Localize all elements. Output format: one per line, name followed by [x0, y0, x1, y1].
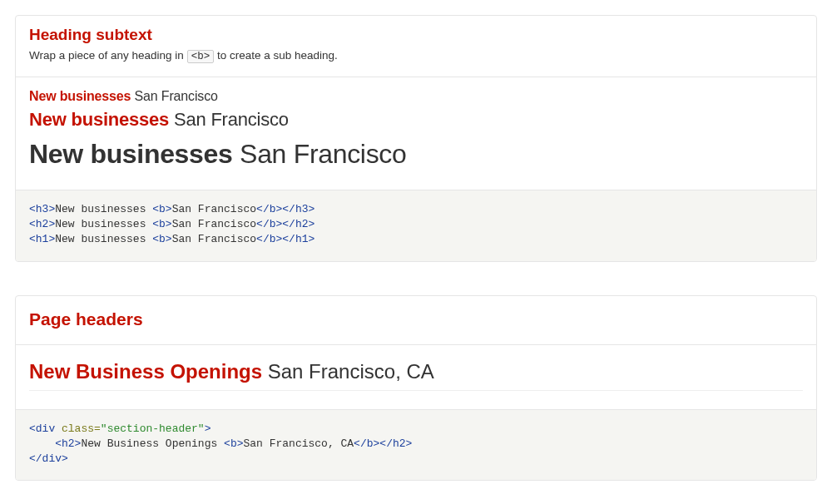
- code-token: </b>: [354, 437, 379, 450]
- example-h2-sub: San Francisco: [174, 109, 289, 130]
- code-token: <b>: [152, 218, 171, 230]
- example-h1: New businesses San Francisco: [29, 139, 803, 170]
- example-h3-bold: New businesses: [29, 89, 131, 103]
- code-token: New Business Openings: [81, 437, 224, 450]
- code-token: class=: [62, 422, 101, 435]
- section-title: Page headers: [29, 309, 803, 329]
- section-intro: Heading subtext Wrap a piece of any head…: [16, 16, 816, 77]
- panel-heading-subtext: Heading subtext Wrap a piece of any head…: [15, 15, 817, 262]
- example-h2: New businesses San Francisco: [29, 109, 803, 131]
- code-token: <div: [29, 422, 62, 435]
- page-header-example: New Business Openings San Francisco, CA: [29, 360, 803, 391]
- code-token: </h3>: [282, 203, 314, 215]
- code-token: <h3>: [29, 203, 55, 215]
- code-token: [29, 437, 55, 450]
- page-header-sub: San Francisco, CA: [268, 360, 434, 383]
- code-token: </b>: [256, 218, 282, 230]
- code-token: "section-header": [101, 422, 205, 435]
- example-h1-sub: San Francisco: [240, 139, 406, 169]
- code-token: <h2>: [29, 218, 55, 230]
- code-token: <h1>: [29, 233, 55, 245]
- code-token: <b>: [224, 437, 243, 450]
- code-token: </div>: [29, 452, 68, 465]
- page-header-h2: New Business Openings San Francisco, CA: [29, 360, 803, 383]
- panel-page-headers: Page headers New Business Openings San F…: [15, 295, 817, 482]
- code-token: <h2>: [55, 437, 81, 450]
- code-token: </b>: [256, 233, 282, 245]
- code-token: San Francisco: [172, 218, 256, 230]
- code-token: New businesses: [55, 233, 152, 245]
- code-token: </h1>: [282, 233, 314, 245]
- example-h1-bold: New businesses: [29, 139, 233, 169]
- example-h3-sub: San Francisco: [135, 89, 218, 103]
- desc-text-after: to create a sub heading.: [214, 49, 338, 62]
- code-block-headings: <h3>New businesses <b>San Francisco</b><…: [16, 190, 816, 261]
- page-header-bold: New Business Openings: [29, 360, 262, 383]
- code-token: San Francisco, CA: [243, 437, 354, 450]
- code-token: San Francisco: [172, 233, 256, 245]
- code-token: </h2>: [282, 218, 314, 230]
- code-token: San Francisco: [172, 203, 256, 215]
- code-token: </b>: [256, 203, 282, 215]
- code-token: >: [205, 422, 211, 435]
- code-token: <b>: [152, 233, 171, 245]
- desc-text-before: Wrap a piece of any heading in: [29, 49, 187, 62]
- section-example: New Business Openings San Francisco, CA: [16, 344, 816, 409]
- code-block-page-header: <div class="section-header"> <h2>New Bus…: [16, 409, 816, 481]
- section-description: Wrap a piece of any heading in <b> to cr…: [29, 49, 803, 63]
- code-token: </h2>: [379, 437, 412, 450]
- section-intro: Page headers: [16, 296, 816, 344]
- inline-code-b-tag: <b>: [187, 50, 215, 63]
- code-token: <b>: [152, 203, 171, 215]
- code-token: New businesses: [55, 218, 152, 230]
- section-examples: New businesses San Francisco New busines…: [16, 77, 816, 190]
- section-title: Heading subtext: [29, 26, 803, 44]
- example-h2-bold: New businesses: [29, 109, 169, 130]
- example-h3: New businesses San Francisco: [29, 89, 803, 104]
- code-token: New businesses: [55, 203, 152, 215]
